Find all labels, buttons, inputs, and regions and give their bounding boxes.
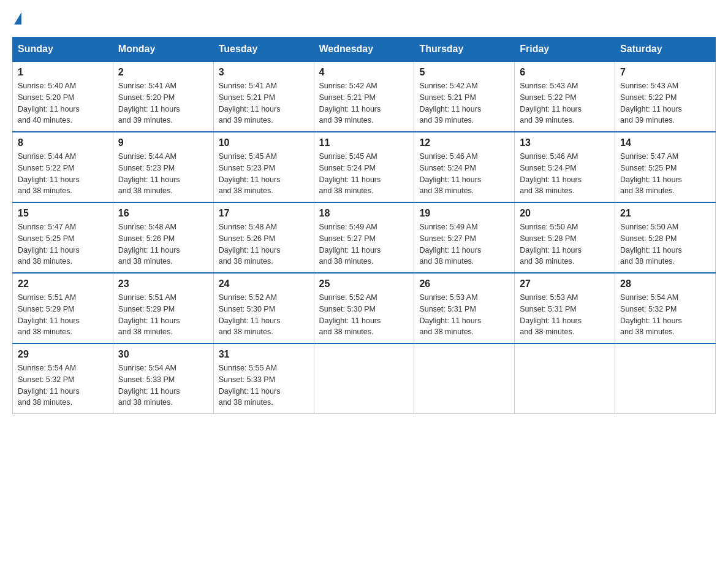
calendar-cell: 6Sunrise: 5:43 AMSunset: 5:22 PMDaylight… (515, 61, 615, 132)
calendar-cell: 8Sunrise: 5:44 AMSunset: 5:22 PMDaylight… (13, 132, 113, 202)
day-number: 18 (319, 208, 409, 219)
calendar-cell: 26Sunrise: 5:53 AMSunset: 5:31 PMDayligh… (414, 273, 515, 343)
calendar-header: SundayMondayTuesdayWednesdayThursdayFrid… (13, 37, 716, 62)
day-number: 15 (18, 208, 108, 219)
day-info: Sunrise: 5:48 AMSunset: 5:26 PMDaylight:… (219, 221, 309, 267)
day-info: Sunrise: 5:49 AMSunset: 5:27 PMDaylight:… (419, 221, 509, 267)
calendar-cell: 11Sunrise: 5:45 AMSunset: 5:24 PMDayligh… (314, 132, 414, 202)
day-info: Sunrise: 5:42 AMSunset: 5:21 PMDaylight:… (319, 80, 409, 126)
day-info: Sunrise: 5:52 AMSunset: 5:30 PMDaylight:… (319, 292, 409, 338)
day-info: Sunrise: 5:54 AMSunset: 5:32 PMDaylight:… (620, 292, 710, 338)
day-number: 16 (118, 208, 208, 219)
calendar-cell (615, 343, 716, 414)
day-number: 22 (18, 278, 108, 289)
calendar-cell: 14Sunrise: 5:47 AMSunset: 5:25 PMDayligh… (615, 132, 716, 202)
day-info: Sunrise: 5:49 AMSunset: 5:27 PMDaylight:… (319, 221, 409, 267)
day-info: Sunrise: 5:50 AMSunset: 5:28 PMDaylight:… (620, 221, 710, 267)
calendar-week-row: 15Sunrise: 5:47 AMSunset: 5:25 PMDayligh… (13, 202, 716, 273)
day-number: 29 (18, 349, 108, 360)
day-info: Sunrise: 5:52 AMSunset: 5:30 PMDaylight:… (219, 292, 309, 338)
calendar-week-row: 8Sunrise: 5:44 AMSunset: 5:22 PMDaylight… (13, 132, 716, 202)
calendar-cell (414, 343, 515, 414)
logo-triangle-icon (14, 12, 21, 25)
calendar-week-row: 29Sunrise: 5:54 AMSunset: 5:32 PMDayligh… (13, 343, 716, 414)
day-number: 10 (219, 137, 309, 148)
calendar-cell: 25Sunrise: 5:52 AMSunset: 5:30 PMDayligh… (314, 273, 414, 343)
day-info: Sunrise: 5:47 AMSunset: 5:25 PMDaylight:… (620, 151, 710, 197)
day-info: Sunrise: 5:51 AMSunset: 5:29 PMDaylight:… (118, 292, 208, 338)
day-info: Sunrise: 5:46 AMSunset: 5:24 PMDaylight:… (520, 151, 610, 197)
calendar-cell: 19Sunrise: 5:49 AMSunset: 5:27 PMDayligh… (414, 202, 515, 273)
day-number: 2 (118, 67, 208, 78)
calendar-cell: 7Sunrise: 5:43 AMSunset: 5:22 PMDaylight… (615, 61, 716, 132)
day-info: Sunrise: 5:45 AMSunset: 5:24 PMDaylight:… (319, 151, 409, 197)
day-info: Sunrise: 5:40 AMSunset: 5:20 PMDaylight:… (18, 80, 108, 126)
calendar-cell: 12Sunrise: 5:46 AMSunset: 5:24 PMDayligh… (414, 132, 515, 202)
day-info: Sunrise: 5:50 AMSunset: 5:28 PMDaylight:… (520, 221, 610, 267)
calendar-cell: 21Sunrise: 5:50 AMSunset: 5:28 PMDayligh… (615, 202, 716, 273)
day-info: Sunrise: 5:42 AMSunset: 5:21 PMDaylight:… (419, 80, 509, 126)
calendar-cell: 5Sunrise: 5:42 AMSunset: 5:21 PMDaylight… (414, 61, 515, 132)
calendar-cell: 1Sunrise: 5:40 AMSunset: 5:20 PMDaylight… (13, 61, 113, 132)
calendar-cell: 18Sunrise: 5:49 AMSunset: 5:27 PMDayligh… (314, 202, 414, 273)
day-info: Sunrise: 5:44 AMSunset: 5:23 PMDaylight:… (118, 151, 208, 197)
day-info: Sunrise: 5:44 AMSunset: 5:22 PMDaylight:… (18, 151, 108, 197)
logo (12, 12, 21, 25)
day-number: 26 (419, 278, 509, 289)
day-number: 24 (219, 278, 309, 289)
calendar-cell: 31Sunrise: 5:55 AMSunset: 5:33 PMDayligh… (213, 343, 314, 414)
calendar-week-row: 22Sunrise: 5:51 AMSunset: 5:29 PMDayligh… (13, 273, 716, 343)
day-number: 8 (18, 137, 108, 148)
weekday-header-sunday: Sunday (13, 37, 113, 62)
calendar-cell: 23Sunrise: 5:51 AMSunset: 5:29 PMDayligh… (113, 273, 213, 343)
weekday-header-thursday: Thursday (414, 37, 515, 62)
day-number: 11 (319, 137, 409, 148)
calendar-cell: 9Sunrise: 5:44 AMSunset: 5:23 PMDaylight… (113, 132, 213, 202)
weekday-row: SundayMondayTuesdayWednesdayThursdayFrid… (13, 37, 716, 62)
day-info: Sunrise: 5:43 AMSunset: 5:22 PMDaylight:… (520, 80, 610, 126)
day-number: 23 (118, 278, 208, 289)
calendar-body: 1Sunrise: 5:40 AMSunset: 5:20 PMDaylight… (13, 61, 716, 414)
day-number: 9 (118, 137, 208, 148)
day-number: 25 (319, 278, 409, 289)
day-number: 1 (18, 67, 108, 78)
day-number: 19 (419, 208, 509, 219)
day-number: 31 (219, 349, 309, 360)
day-number: 20 (520, 208, 610, 219)
day-number: 3 (219, 67, 309, 78)
day-number: 12 (419, 137, 509, 148)
day-number: 17 (219, 208, 309, 219)
calendar-cell: 27Sunrise: 5:53 AMSunset: 5:31 PMDayligh… (515, 273, 615, 343)
calendar-week-row: 1Sunrise: 5:40 AMSunset: 5:20 PMDaylight… (13, 61, 716, 132)
calendar-cell: 20Sunrise: 5:50 AMSunset: 5:28 PMDayligh… (515, 202, 615, 273)
day-info: Sunrise: 5:41 AMSunset: 5:21 PMDaylight:… (219, 80, 309, 126)
day-number: 6 (520, 67, 610, 78)
day-info: Sunrise: 5:54 AMSunset: 5:32 PMDaylight:… (18, 362, 108, 408)
calendar-cell: 22Sunrise: 5:51 AMSunset: 5:29 PMDayligh… (13, 273, 113, 343)
calendar-cell: 29Sunrise: 5:54 AMSunset: 5:32 PMDayligh… (13, 343, 113, 414)
calendar-cell: 4Sunrise: 5:42 AMSunset: 5:21 PMDaylight… (314, 61, 414, 132)
day-number: 14 (620, 137, 710, 148)
page-header (12, 12, 716, 25)
day-info: Sunrise: 5:55 AMSunset: 5:33 PMDaylight:… (219, 362, 309, 408)
calendar-cell: 28Sunrise: 5:54 AMSunset: 5:32 PMDayligh… (615, 273, 716, 343)
weekday-header-wednesday: Wednesday (314, 37, 414, 62)
calendar-cell: 2Sunrise: 5:41 AMSunset: 5:20 PMDaylight… (113, 61, 213, 132)
day-info: Sunrise: 5:43 AMSunset: 5:22 PMDaylight:… (620, 80, 710, 126)
day-number: 7 (620, 67, 710, 78)
weekday-header-friday: Friday (515, 37, 615, 62)
calendar-table: SundayMondayTuesdayWednesdayThursdayFrid… (12, 37, 716, 414)
day-info: Sunrise: 5:41 AMSunset: 5:20 PMDaylight:… (118, 80, 208, 126)
day-number: 28 (620, 278, 710, 289)
day-info: Sunrise: 5:48 AMSunset: 5:26 PMDaylight:… (118, 221, 208, 267)
day-number: 21 (620, 208, 710, 219)
day-number: 13 (520, 137, 610, 148)
calendar-cell (314, 343, 414, 414)
calendar-cell: 10Sunrise: 5:45 AMSunset: 5:23 PMDayligh… (213, 132, 314, 202)
weekday-header-monday: Monday (113, 37, 213, 62)
day-info: Sunrise: 5:47 AMSunset: 5:25 PMDaylight:… (18, 221, 108, 267)
calendar-cell: 17Sunrise: 5:48 AMSunset: 5:26 PMDayligh… (213, 202, 314, 273)
logo-blue-text (12, 12, 21, 25)
day-info: Sunrise: 5:54 AMSunset: 5:33 PMDaylight:… (118, 362, 208, 408)
calendar-cell: 15Sunrise: 5:47 AMSunset: 5:25 PMDayligh… (13, 202, 113, 273)
